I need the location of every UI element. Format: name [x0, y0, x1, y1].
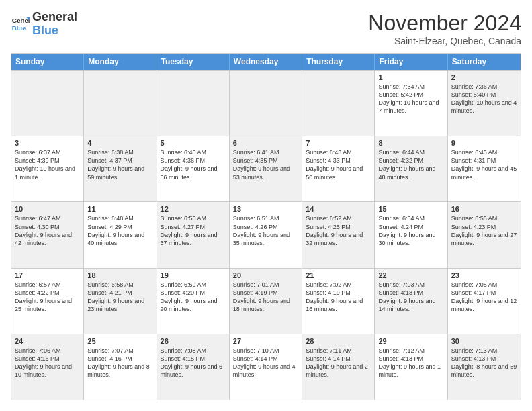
day-info: Sunrise: 7:08 AM Sunset: 4:15 PM Dayligh… — [161, 347, 226, 379]
calendar-row-0: 1Sunrise: 7:34 AM Sunset: 5:42 PM Daylig… — [11, 70, 521, 136]
calendar-row-2: 10Sunrise: 6:47 AM Sunset: 4:30 PM Dayli… — [11, 201, 521, 267]
day-number: 8 — [378, 139, 443, 147]
day-number: 22 — [378, 271, 443, 279]
day-info: Sunrise: 6:37 AM Sunset: 4:39 PM Dayligh… — [15, 148, 80, 181]
day-number: 14 — [306, 205, 371, 213]
logo-text: General Blue — [32, 11, 77, 38]
header-day-tuesday: Tuesday — [157, 54, 230, 70]
day-info: Sunrise: 6:58 AM Sunset: 4:21 PM Dayligh… — [87, 281, 152, 314]
day-info: Sunrise: 7:36 AM Sunset: 5:40 PM Dayligh… — [451, 83, 517, 116]
day-info: Sunrise: 6:43 AM Sunset: 4:33 PM Dayligh… — [306, 148, 371, 181]
calendar-cell-5: 5Sunrise: 6:40 AM Sunset: 4:36 PM Daylig… — [157, 136, 230, 201]
calendar-cell-30: 30Sunrise: 7:13 AM Sunset: 4:13 PM Dayli… — [448, 334, 521, 400]
day-number: 26 — [161, 337, 226, 345]
calendar-cell-29: 29Sunrise: 7:12 AM Sunset: 4:13 PM Dayli… — [375, 334, 447, 400]
day-number: 6 — [233, 139, 298, 147]
page: General Blue General Blue November 2024 … — [0, 0, 532, 411]
svg-text:Blue: Blue — [12, 24, 26, 32]
day-info: Sunrise: 7:11 AM Sunset: 4:14 PM Dayligh… — [306, 347, 371, 379]
day-number: 1 — [378, 73, 443, 81]
calendar-cell-28: 28Sunrise: 7:11 AM Sunset: 4:14 PM Dayli… — [302, 334, 375, 400]
day-number: 16 — [451, 205, 517, 213]
day-info: Sunrise: 6:41 AM Sunset: 4:35 PM Dayligh… — [233, 148, 298, 181]
logo-icon: General Blue — [11, 15, 30, 34]
title-block: November 2024 Saint-Elzear, Quebec, Cana… — [368, 11, 521, 46]
calendar-cell-empty-3 — [230, 71, 302, 136]
calendar-cell-25: 25Sunrise: 7:07 AM Sunset: 4:16 PM Dayli… — [84, 334, 157, 400]
header-day-thursday: Thursday — [302, 54, 375, 70]
day-info: Sunrise: 6:50 AM Sunset: 4:27 PM Dayligh… — [161, 214, 226, 247]
day-info: Sunrise: 6:59 AM Sunset: 4:20 PM Dayligh… — [161, 281, 226, 314]
day-info: Sunrise: 6:55 AM Sunset: 4:23 PM Dayligh… — [451, 214, 517, 247]
day-number: 4 — [87, 139, 152, 147]
day-number: 17 — [15, 271, 80, 279]
calendar-cell-20: 20Sunrise: 7:01 AM Sunset: 4:19 PM Dayli… — [230, 269, 302, 334]
day-number: 12 — [161, 205, 226, 213]
calendar-cell-7: 7Sunrise: 6:43 AM Sunset: 4:33 PM Daylig… — [302, 136, 375, 201]
day-info: Sunrise: 7:03 AM Sunset: 4:18 PM Dayligh… — [378, 281, 443, 314]
logo: General Blue General Blue — [11, 11, 77, 38]
day-number: 2 — [451, 73, 517, 81]
day-number: 18 — [87, 271, 152, 279]
calendar-cell-14: 14Sunrise: 6:52 AM Sunset: 4:25 PM Dayli… — [302, 202, 375, 267]
day-number: 23 — [451, 271, 517, 279]
day-number: 29 — [378, 337, 443, 345]
svg-text:General: General — [12, 17, 30, 24]
calendar-cell-24: 24Sunrise: 7:06 AM Sunset: 4:16 PM Dayli… — [11, 334, 84, 400]
calendar-cell-6: 6Sunrise: 6:41 AM Sunset: 4:35 PM Daylig… — [230, 136, 302, 201]
day-number: 28 — [306, 337, 371, 345]
day-number: 27 — [233, 337, 298, 345]
header: General Blue General Blue November 2024 … — [11, 11, 521, 46]
calendar-cell-23: 23Sunrise: 7:05 AM Sunset: 4:17 PM Dayli… — [448, 269, 521, 334]
day-number: 15 — [378, 205, 443, 213]
day-info: Sunrise: 7:05 AM Sunset: 4:17 PM Dayligh… — [451, 281, 517, 314]
day-number: 25 — [87, 337, 152, 345]
calendar-row-3: 17Sunrise: 6:57 AM Sunset: 4:22 PM Dayli… — [11, 268, 521, 334]
day-info: Sunrise: 7:34 AM Sunset: 5:42 PM Dayligh… — [378, 83, 443, 116]
day-number: 10 — [15, 205, 80, 213]
header-day-wednesday: Wednesday — [230, 54, 302, 70]
subtitle: Saint-Elzear, Quebec, Canada — [368, 36, 521, 46]
calendar-cell-1: 1Sunrise: 7:34 AM Sunset: 5:42 PM Daylig… — [375, 71, 447, 136]
header-day-monday: Monday — [84, 54, 157, 70]
day-info: Sunrise: 6:51 AM Sunset: 4:26 PM Dayligh… — [233, 214, 298, 247]
calendar-cell-3: 3Sunrise: 6:37 AM Sunset: 4:39 PM Daylig… — [11, 136, 84, 201]
calendar-cell-26: 26Sunrise: 7:08 AM Sunset: 4:15 PM Dayli… — [157, 334, 230, 400]
day-info: Sunrise: 6:40 AM Sunset: 4:36 PM Dayligh… — [161, 148, 226, 181]
calendar-cell-19: 19Sunrise: 6:59 AM Sunset: 4:20 PM Dayli… — [157, 269, 230, 334]
month-title: November 2024 — [368, 11, 521, 36]
calendar-cell-empty-4 — [302, 71, 375, 136]
calendar-cell-10: 10Sunrise: 6:47 AM Sunset: 4:30 PM Dayli… — [11, 202, 84, 267]
day-info: Sunrise: 6:54 AM Sunset: 4:24 PM Dayligh… — [378, 214, 443, 247]
day-number: 3 — [15, 139, 80, 147]
calendar-row-4: 24Sunrise: 7:06 AM Sunset: 4:16 PM Dayli… — [11, 334, 521, 400]
day-number: 11 — [87, 205, 152, 213]
day-info: Sunrise: 7:10 AM Sunset: 4:14 PM Dayligh… — [233, 347, 298, 379]
day-number: 24 — [15, 337, 80, 345]
calendar-cell-21: 21Sunrise: 7:02 AM Sunset: 4:19 PM Dayli… — [302, 269, 375, 334]
day-info: Sunrise: 6:45 AM Sunset: 4:31 PM Dayligh… — [451, 148, 517, 181]
logo-line1: General — [32, 11, 77, 24]
day-number: 20 — [233, 271, 298, 279]
calendar-cell-27: 27Sunrise: 7:10 AM Sunset: 4:14 PM Dayli… — [230, 334, 302, 400]
calendar-cell-15: 15Sunrise: 6:54 AM Sunset: 4:24 PM Dayli… — [375, 202, 447, 267]
header-day-friday: Friday — [375, 54, 447, 70]
day-number: 13 — [233, 205, 298, 213]
day-info: Sunrise: 6:38 AM Sunset: 4:37 PM Dayligh… — [87, 148, 152, 181]
day-number: 5 — [161, 139, 226, 147]
day-info: Sunrise: 6:48 AM Sunset: 4:29 PM Dayligh… — [87, 214, 152, 247]
day-info: Sunrise: 7:02 AM Sunset: 4:19 PM Dayligh… — [306, 281, 371, 314]
day-info: Sunrise: 6:44 AM Sunset: 4:32 PM Dayligh… — [378, 148, 443, 181]
day-info: Sunrise: 7:07 AM Sunset: 4:16 PM Dayligh… — [87, 347, 152, 379]
calendar-cell-12: 12Sunrise: 6:50 AM Sunset: 4:27 PM Dayli… — [157, 202, 230, 267]
calendar-cell-8: 8Sunrise: 6:44 AM Sunset: 4:32 PM Daylig… — [375, 136, 447, 201]
calendar-cell-2: 2Sunrise: 7:36 AM Sunset: 5:40 PM Daylig… — [448, 71, 521, 136]
calendar-row-1: 3Sunrise: 6:37 AM Sunset: 4:39 PM Daylig… — [11, 136, 521, 201]
day-info: Sunrise: 6:52 AM Sunset: 4:25 PM Dayligh… — [306, 214, 371, 247]
header-day-saturday: Saturday — [448, 54, 521, 70]
calendar-cell-16: 16Sunrise: 6:55 AM Sunset: 4:23 PM Dayli… — [448, 202, 521, 267]
day-info: Sunrise: 7:06 AM Sunset: 4:16 PM Dayligh… — [15, 347, 80, 379]
calendar-cell-empty-2 — [157, 71, 230, 136]
day-number: 9 — [451, 139, 517, 147]
day-info: Sunrise: 7:01 AM Sunset: 4:19 PM Dayligh… — [233, 281, 298, 314]
